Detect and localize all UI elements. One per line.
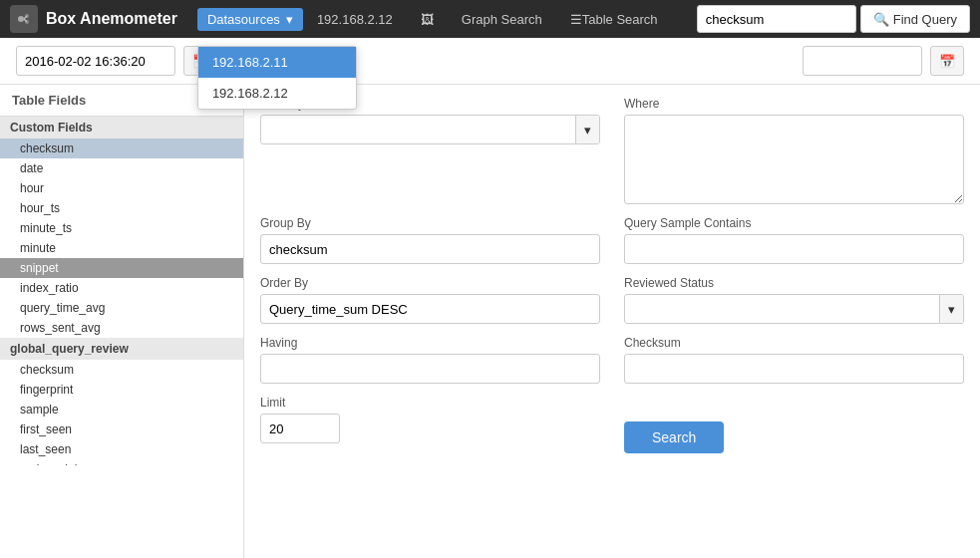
checksum-search-input[interactable] <box>697 5 856 33</box>
reviewed-status-select-wrap[interactable]: ▾ <box>624 294 964 324</box>
filter-by-host-input[interactable] <box>261 118 575 142</box>
sidebar-item-minute-ts[interactable]: minute_ts <box>0 218 243 238</box>
sidebar-item-reviewed-by[interactable]: reviewed_by <box>0 459 243 465</box>
group-by-group: Group By <box>260 216 600 264</box>
filter-by-host-dropdown-btn[interactable]: ▾ <box>575 116 599 143</box>
reviewed-status-label: Reviewed Status <box>624 276 964 290</box>
order-by-input[interactable] <box>260 294 600 324</box>
order-by-group: Order By <box>260 276 600 324</box>
reviewed-status-dropdown-btn[interactable]: ▾ <box>939 295 963 323</box>
sidebar-item-query-time-avg[interactable]: query_time_avg <box>0 298 243 318</box>
sidebar-item-hour-ts[interactable]: hour_ts <box>0 198 243 218</box>
reviewed-status-input[interactable] <box>625 297 939 322</box>
datasource-option-2[interactable]: 192.168.2.12 <box>198 78 356 109</box>
date-row: 📅 📅 <box>0 38 980 85</box>
start-date-input[interactable] <box>16 46 175 76</box>
order-by-label: Order By <box>260 276 600 290</box>
navbar-right: 🔍 Find Query <box>697 5 970 33</box>
sidebar-item-last-seen[interactable]: last_seen <box>0 439 243 459</box>
nav-graph-search[interactable]: Graph Search <box>448 0 556 38</box>
sidebar-item-sample[interactable]: sample <box>0 400 243 419</box>
datasources-dropdown[interactable]: Datasources ▾ 192.168.2.11 192.168.2.12 <box>197 8 303 31</box>
search-btn-group: Search <box>624 396 964 453</box>
having-group: Having <box>260 336 600 384</box>
query-sample-input[interactable] <box>624 234 964 264</box>
group-by-input[interactable] <box>260 234 600 264</box>
checksum-label: Checksum <box>624 336 964 350</box>
limit-input[interactable] <box>260 414 340 443</box>
datasource-option-1[interactable]: 192.168.2.11 <box>198 47 356 78</box>
query-sample-label: Query Sample Contains <box>624 216 964 230</box>
brand-label: Box Anemometer <box>46 10 177 28</box>
filter-by-host-group: Filter By Host ▾ <box>260 97 600 204</box>
sidebar-item-checksum-2[interactable]: checksum <box>0 360 243 380</box>
sidebar-item-date[interactable]: date <box>0 158 243 178</box>
having-input[interactable] <box>260 354 600 384</box>
checksum-input[interactable] <box>624 354 964 384</box>
limit-group: Limit <box>260 396 600 453</box>
nav-photo-icon[interactable]: 🖼 <box>407 0 448 38</box>
checksum-group: Checksum <box>624 336 964 384</box>
navbar: Box Anemometer Datasources ▾ 192.168.2.1… <box>0 0 980 38</box>
where-label: Where <box>624 97 964 111</box>
end-date-calendar-icon[interactable]: 📅 <box>930 46 964 76</box>
search-icon: 🔍 <box>873 12 889 27</box>
where-group: Where <box>624 97 964 204</box>
svg-line-4 <box>24 19 27 22</box>
sidebar: Table Fields Custom Fields checksum date… <box>0 85 244 558</box>
where-textarea[interactable] <box>624 115 964 204</box>
datasources-caret: ▾ <box>286 12 293 27</box>
sidebar-group-global-query-review[interactable]: global_query_review <box>0 338 243 360</box>
sidebar-item-checksum-1[interactable]: checksum <box>0 139 243 158</box>
extra-date-input[interactable] <box>803 46 922 76</box>
find-query-button[interactable]: 🔍 Find Query <box>860 5 970 33</box>
sidebar-item-first-seen[interactable]: first_seen <box>0 419 243 439</box>
having-label: Having <box>260 336 600 350</box>
datasources-label: Datasources <box>207 12 280 27</box>
brand-icon <box>10 5 38 33</box>
nav-ip[interactable]: 192.168.2.12 <box>303 0 407 38</box>
reviewed-status-group: Reviewed Status ▾ <box>624 276 964 324</box>
datasources-button[interactable]: Datasources ▾ <box>197 8 303 31</box>
limit-label: Limit <box>260 396 600 410</box>
sidebar-item-snippet[interactable]: snippet <box>0 258 243 278</box>
sidebar-item-hour[interactable]: hour <box>0 178 243 198</box>
brand: Box Anemometer <box>10 5 177 33</box>
sidebar-list[interactable]: Custom Fields checksum date hour hour_ts… <box>0 117 243 465</box>
main-layout: Table Fields Custom Fields checksum date… <box>0 85 980 558</box>
group-by-label: Group By <box>260 216 600 230</box>
sidebar-item-minute[interactable]: minute <box>0 238 243 258</box>
form-area: Filter By Host ▾ Where Group By Query Sa… <box>244 85 980 558</box>
nav-table-search[interactable]: ☰ Table Search <box>556 0 672 38</box>
query-sample-group: Query Sample Contains <box>624 216 964 264</box>
sidebar-item-index-ratio[interactable]: index_ratio <box>0 278 243 298</box>
sidebar-item-rows-sent-avg[interactable]: rows_sent_avg <box>0 318 243 338</box>
svg-point-0 <box>18 16 24 22</box>
search-button[interactable]: Search <box>624 421 724 453</box>
datasources-menu: 192.168.2.11 192.168.2.12 <box>197 46 357 110</box>
form-grid: Filter By Host ▾ Where Group By Query Sa… <box>260 97 964 453</box>
sidebar-item-fingerprint[interactable]: fingerprint <box>0 380 243 400</box>
sidebar-group-custom-fields[interactable]: Custom Fields <box>0 117 243 139</box>
filter-by-host-select-wrap[interactable]: ▾ <box>260 115 600 144</box>
